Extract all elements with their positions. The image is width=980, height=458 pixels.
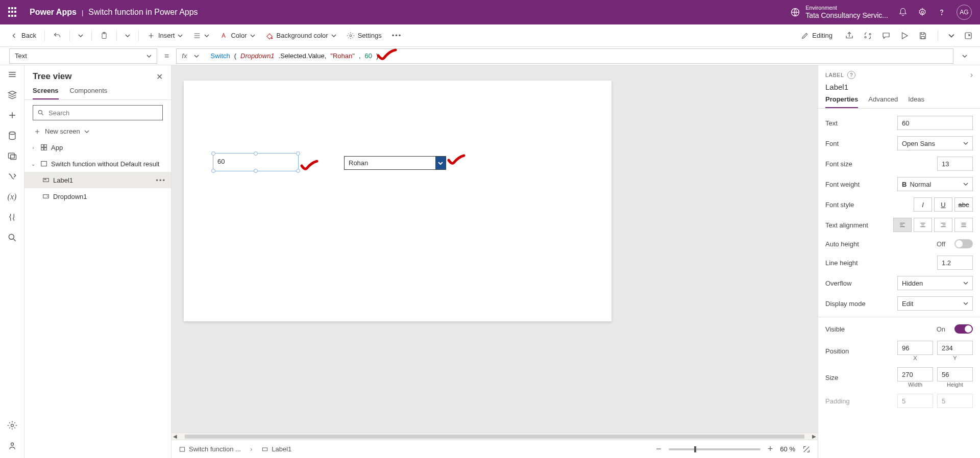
overflow-button[interactable]: ••• [389,30,405,41]
undo-button[interactable] [50,30,64,42]
color-label: Color [231,32,247,39]
publish-icon[interactable] [964,31,973,40]
paste-icon [100,32,108,40]
chevron-down-icon [178,33,183,38]
help-icon[interactable] [937,8,946,17]
title-divider: | [82,9,83,16]
svg-point-5 [350,35,352,37]
gear-icon[interactable] [918,8,927,17]
undo-more[interactable] [75,31,86,40]
svg-point-7 [869,33,871,35]
share-icon[interactable] [845,31,854,40]
chevron-down-icon[interactable] [948,33,954,39]
insert-label: Insert [158,32,175,39]
bgcolor-button[interactable]: Background color [262,30,339,42]
chevron-down-icon [194,54,199,59]
arrow-left-icon [10,32,18,40]
chevron-down-icon [331,33,336,38]
paste-button[interactable] [97,30,111,42]
notifications-icon[interactable] [898,8,908,17]
ellipsis-icon: ••• [392,32,402,39]
fx-icon: fx [182,52,187,60]
env-label: Environment [805,5,888,11]
chevron-down-icon [204,33,209,38]
svg-point-6 [865,36,866,38]
paste-more[interactable] [122,31,133,40]
avatar[interactable]: AG [957,5,972,20]
chevron-down-icon [125,33,130,38]
annotation-check-icon [377,48,397,62]
insert-button[interactable]: Insert [144,30,186,42]
equals-sign: = [164,52,169,61]
settings-label: Settings [358,32,382,39]
fill-icon [265,32,274,40]
chevron-down-icon [146,54,152,59]
play-icon[interactable] [900,31,909,40]
environment-icon [790,7,800,17]
chevron-down-icon [962,54,967,59]
formula-input[interactable]: fx Switch(Dropdown1.Selected.Value,"Roha… [176,48,953,64]
checker-icon[interactable] [863,31,872,40]
layout-button[interactable] [190,30,212,42]
comments-icon[interactable] [881,31,891,40]
svg-point-2 [941,14,942,15]
app-name: Power Apps [30,8,77,17]
chevron-down-icon [250,33,255,38]
bgcolor-label: Background color [277,32,328,39]
app-launcher[interactable] [8,7,18,17]
property-select-value: Text [15,52,27,60]
gear-icon [347,32,355,40]
plus-icon [147,32,155,40]
property-select[interactable]: Text [9,48,157,64]
back-button[interactable]: Back [7,30,39,42]
formula-expand[interactable] [959,54,971,59]
layout-icon [193,32,201,40]
svg-point-1 [921,11,924,14]
color-button[interactable]: Color [216,30,258,42]
settings-button[interactable]: Settings [344,30,385,42]
env-value: Tata Consultancy Servic... [805,11,888,20]
formula-token-func: Switch [210,52,230,60]
environment-picker[interactable]: Environment Tata Consultancy Servic... [790,5,888,20]
chevron-down-icon [78,33,83,38]
undo-icon [53,32,61,40]
editing-label: Editing [812,32,832,39]
editing-button[interactable]: Editing [798,30,836,42]
page-title: Switch function in Power Apps [88,8,198,17]
back-label: Back [21,32,36,39]
save-icon[interactable] [918,31,927,40]
text-color-icon [219,32,228,40]
pencil-icon [801,32,809,40]
